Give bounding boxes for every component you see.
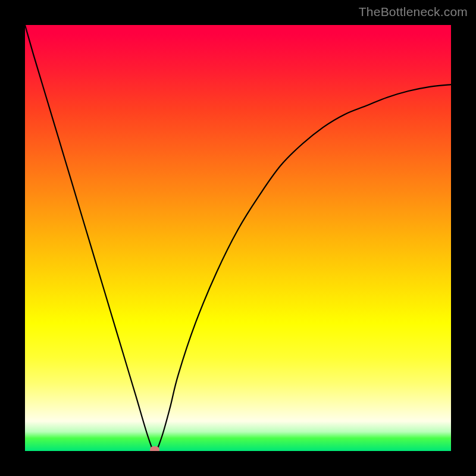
optimal-point-marker xyxy=(150,446,159,451)
bottleneck-curve xyxy=(25,25,451,451)
watermark-text: TheBottleneck.com xyxy=(359,5,468,19)
plot-area xyxy=(25,25,451,451)
chart-frame: TheBottleneck.com xyxy=(0,0,476,476)
curve-path xyxy=(25,25,451,451)
